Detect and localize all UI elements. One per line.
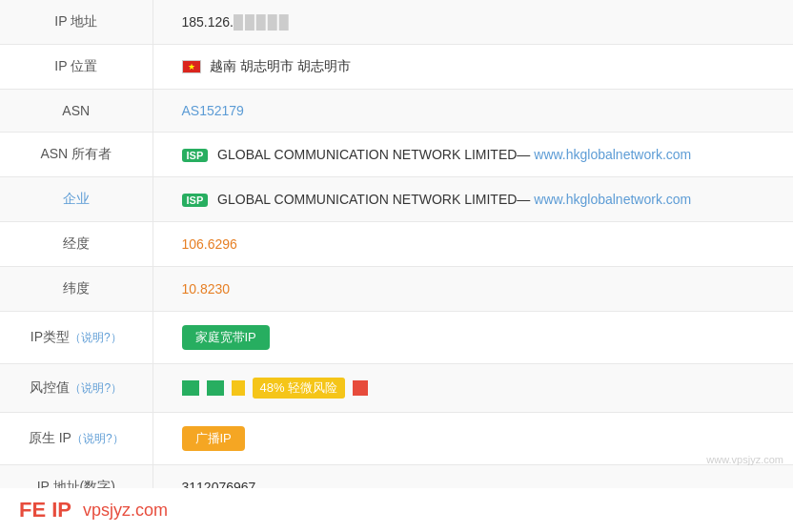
table-row: IP 位置 越南 胡志明市 胡志明市 xyxy=(0,45,793,90)
risk-bar-container: 48% 轻微风险 xyxy=(182,378,369,399)
orange-value: 106.6296 xyxy=(182,236,237,252)
asn-link[interactable]: AS152179 xyxy=(182,103,244,118)
website-link[interactable]: www.hkglobalnetwork.com xyxy=(534,147,691,162)
row-label: IP类型 xyxy=(30,329,70,344)
label-cell: IP类型（说明?） xyxy=(0,312,152,364)
value-cell: ISP GLOBAL COMMUNICATION NETWORK LIMITED… xyxy=(152,133,793,177)
label-cell: IP 地址 xyxy=(0,0,152,45)
isp-badge: ISP xyxy=(182,149,209,162)
footer-watermark: FE IP vpsjyz.com xyxy=(0,488,793,532)
website-link[interactable]: www.hkglobalnetwork.com xyxy=(534,192,691,207)
risk-red-indicator xyxy=(353,380,368,396)
value-cell: ISP GLOBAL COMMUNICATION NETWORK LIMITED… xyxy=(152,177,793,222)
broadcast-badge: 广播IP xyxy=(182,426,245,451)
footer-subtitle: vpsjyz.com xyxy=(83,501,168,521)
main-container: IP 地址185.126.█████IP 位置 越南 胡志明市 胡志明市ASNA… xyxy=(0,0,793,532)
isp-badge: ISP xyxy=(182,194,209,207)
footer-brand: FE IP xyxy=(19,498,71,522)
hint-link[interactable]: （说明?） xyxy=(70,381,122,395)
company-name: GLOBAL COMMUNICATION NETWORK LIMITED— xyxy=(214,192,534,207)
label-cell: IP 位置 xyxy=(0,45,152,90)
label-cell: 纬度 xyxy=(0,267,152,312)
value-cell: 越南 胡志明市 胡志明市 xyxy=(152,45,793,90)
table-row: 风控值（说明?）48% 轻微风险 xyxy=(0,364,793,413)
info-table: IP 地址185.126.█████IP 位置 越南 胡志明市 胡志明市ASNA… xyxy=(0,0,793,510)
watermark: www.vpsjyz.com xyxy=(706,454,783,465)
table-row: 企业ISP GLOBAL COMMUNICATION NETWORK LIMIT… xyxy=(0,177,793,222)
label-cell: ASN xyxy=(0,90,152,133)
value-cell: 家庭宽带IP xyxy=(152,312,793,364)
table-row: IP类型（说明?）家庭宽带IP xyxy=(0,312,793,364)
flag-icon xyxy=(182,60,201,73)
value-cell: 106.6296 xyxy=(152,222,793,267)
value-cell: AS152179 xyxy=(152,90,793,133)
row-value: 185.126.█████ xyxy=(182,14,291,30)
label-cell: 原生 IP（说明?） xyxy=(0,413,152,465)
orange-value: 10.8230 xyxy=(182,281,231,297)
risk-segment-green xyxy=(207,380,224,396)
label-cell: 风控值（说明?） xyxy=(0,364,152,413)
value-cell: 广播IP xyxy=(152,413,793,465)
table-row: 原生 IP（说明?）广播IP xyxy=(0,413,793,465)
hint-link[interactable]: （说明?） xyxy=(70,331,122,344)
label-cell: 经度 xyxy=(0,222,152,267)
label-cell: ASN 所有者 xyxy=(0,133,152,177)
row-label: 风控值 xyxy=(30,379,70,395)
value-cell: 185.126.█████ xyxy=(152,0,793,45)
table-row: 经度106.6296 xyxy=(0,222,793,267)
table-row: ASNAS152179 xyxy=(0,90,793,133)
ip-type-badge: 家庭宽带IP xyxy=(182,325,270,350)
label-cell: 企业 xyxy=(0,177,152,222)
value-cell: 10.8230 xyxy=(152,267,793,312)
risk-segment-green xyxy=(182,380,199,396)
location-value: 越南 胡志明市 胡志明市 xyxy=(207,58,352,73)
risk-segment-yellow xyxy=(232,380,245,396)
risk-label: 48% 轻微风险 xyxy=(253,378,346,399)
table-row: IP 地址185.126.█████ xyxy=(0,0,793,45)
company-name: GLOBAL COMMUNICATION NETWORK LIMITED— xyxy=(214,147,534,162)
value-cell: 48% 轻微风险 xyxy=(152,364,793,413)
row-label-link[interactable]: 企业 xyxy=(63,191,90,206)
hint-link[interactable]: （说明?） xyxy=(71,432,124,445)
row-label: 原生 IP xyxy=(29,430,71,445)
table-row: 纬度10.8230 xyxy=(0,267,793,312)
table-row: ASN 所有者ISP GLOBAL COMMUNICATION NETWORK … xyxy=(0,133,793,177)
